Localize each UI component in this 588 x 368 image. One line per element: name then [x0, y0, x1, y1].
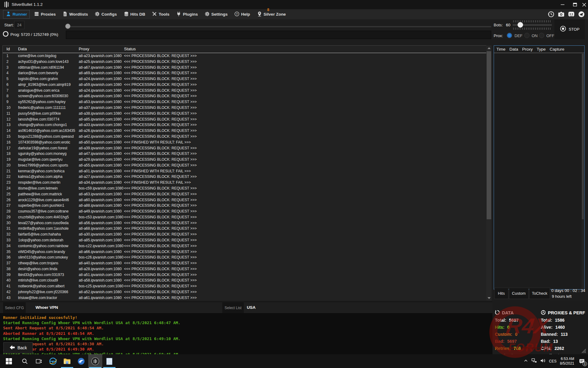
nav-wordlists[interactable]: Wordlists — [60, 10, 90, 18]
nav-runner[interactable]: Runner — [3, 10, 30, 19]
table-row[interactable]: 9uy55262@yahoo.com:hayleyatl-a53.ipvanis… — [3, 99, 486, 105]
table-row[interactable]: 18sgursky@yahoo.com:moneygatl-a47.ipvani… — [3, 151, 486, 157]
table-row[interactable]: 7analogue@live.com:ericaatl-a24.ipvanish… — [3, 88, 486, 94]
table-row[interactable]: 2achyut31@yahoo.com:love143atl-a25.ipvan… — [3, 59, 486, 65]
table-row[interactable]: 25patthew@live.com:mattrickatl-a63.ipvan… — [3, 191, 486, 197]
table-row[interactable]: 23nnspider@live.com:merlinatl-a34.ipvani… — [3, 180, 486, 186]
start-slider[interactable] — [66, 26, 491, 27]
scroll-up-arrow[interactable] — [486, 45, 492, 51]
table-row[interactable]: 13chongo@yahoo.com:chongo1atl-a33.ipvani… — [3, 122, 486, 128]
table-row[interactable]: 42johnnyfs22@live.com:jf220366atl-a52.ip… — [3, 289, 486, 295]
tray-chevron-icon[interactable] — [524, 358, 528, 364]
table-row[interactable]: 14as0614610@yahoo.com:as163435atl-a26.ip… — [3, 128, 486, 134]
table-row[interactable]: 12lanosh@live.com:030774atl-a85.ipvanish… — [3, 117, 486, 122]
proxy-off-radio[interactable] — [539, 33, 544, 38]
table-row[interactable]: 26arock1129@live.com:aase4inl6atl-a60.ip… — [3, 197, 486, 203]
table-row[interactable]: 30teval27@yahoo.com:cuso9edaatl-a56.ipva… — [3, 220, 486, 226]
table-row[interactable]: 331olop@yahoo.com:deborahatl-a85.ipvanis… — [3, 237, 486, 243]
table-row[interactable]: 43trisiuw@live.com:tractoratl-a61.ipvani… — [3, 295, 486, 301]
table-row[interactable]: 21kenmac@yahoo.com:bohicaatl-a01.ipvanis… — [3, 168, 486, 174]
nav-plugins[interactable]: Plugins — [174, 10, 200, 18]
internet-explorer-button[interactable]: e — [46, 354, 60, 368]
table-row[interactable]: 40mtirish@live.com:cloud9atl-a58.ipvanis… — [3, 278, 486, 283]
screenshot-camera-icon[interactable] — [557, 11, 565, 18]
table-row[interactable]: 22kalmia1@yahoo.com:alphaatl-a27.ipvanis… — [3, 174, 486, 180]
proxy-on-radio[interactable] — [524, 33, 530, 38]
table-row[interactable]: 28coumou357@live.com:coltraneatl-a49.ipv… — [3, 209, 486, 214]
table-row[interactable]: 20breez7999@yahoo.com:sportsatl-a55.ipva… — [3, 163, 486, 168]
results-scrollbar[interactable] — [486, 45, 492, 301]
scrollbar-thumb[interactable] — [487, 51, 491, 219]
table-row[interactable]: 36slim0110@yahoo.com:smokeybos-c26.ipvan… — [3, 255, 486, 260]
taskbar-search-button[interactable] — [18, 354, 32, 368]
task-view-button[interactable] — [32, 354, 46, 368]
tab-custom[interactable]: Custom — [509, 288, 529, 299]
nav-silver-zone[interactable]: 8 Silver Zone — [254, 10, 288, 18]
table-row[interactable]: 1come@live.com:bigdogatl-a23.ipvanish.co… — [3, 53, 486, 59]
proxy-default-radio[interactable] — [507, 33, 512, 38]
stop-button[interactable]: STOP — [554, 19, 585, 39]
table-row[interactable]: 27superbe@live.com:pushkin1atl-a88.ipvan… — [3, 203, 486, 209]
notepad-button[interactable] — [102, 354, 116, 368]
table-row[interactable]: 10frederic@yahoo.com:1111111atl-a37.ipva… — [3, 105, 486, 111]
hits-scrollbar[interactable] — [582, 54, 584, 289]
close-button[interactable] — [580, 0, 588, 9]
silverbullet-taskbar-button[interactable] — [88, 354, 102, 368]
hits-scrollbar-thumb[interactable] — [582, 54, 584, 219]
table-row[interactable]: 31mrdinfla@yahoo.com:1assholeatl-a68.ipv… — [3, 226, 486, 232]
table-row[interactable]: 24itisme@live.com:letmeinbos-c59.ipvanis… — [3, 186, 486, 191]
table-row[interactable]: 8screen@yahoo.com:60306030atl-a86.ipvani… — [3, 93, 486, 99]
table-row[interactable]: 37ctheep@live.com:trojansatl-a40.ipvanis… — [3, 260, 486, 266]
table-row[interactable]: 32fairfan5@live.com:hahahaatl-a30.ipvani… — [3, 232, 486, 237]
table-row[interactable]: 15bogus21288@yahoo.com:qweasdatl-a42.ipv… — [3, 134, 486, 140]
table-row[interactable]: 3rdittmar@live.com:rd061194atl-a67.ipvan… — [3, 65, 486, 71]
table-row[interactable]: 19mugstar@live.com:qwertyuatl-a29.ipvani… — [3, 157, 486, 163]
action-center-button[interactable]: 1 — [578, 357, 586, 366]
back-button[interactable]: Back — [3, 342, 33, 353]
history-icon[interactable] — [547, 11, 555, 18]
minimize-button[interactable] — [557, 0, 568, 9]
clock[interactable]: 6:53 AM 8/5/2021 — [560, 357, 574, 366]
table-row[interactable]: 35vWtD45@yahoo.com:brandyatl-a66.ipvanis… — [3, 249, 486, 255]
resize-grip[interactable] — [581, 348, 586, 355]
start-menu-button[interactable] — [0, 354, 18, 368]
tab-hits[interactable]: Hits — [494, 288, 508, 299]
nav-tools[interactable]: Tools — [149, 10, 172, 18]
table-row[interactable]: 39lbird33@yahoo.com:031973atl-a51.ipvani… — [3, 272, 486, 278]
bots-label: Bots: — [494, 23, 503, 27]
maximize-button[interactable] — [569, 0, 581, 9]
bots-slider-handle[interactable] — [518, 22, 523, 28]
nav-proxies[interactable]: Proxies — [32, 10, 58, 18]
nav-settings[interactable]: Settings — [202, 10, 230, 18]
volume-icon[interactable] — [540, 358, 546, 364]
table-row[interactable]: 11pussy54@live.com:p00kieatl-a38.ipvanis… — [3, 111, 486, 117]
nav-hitsdb[interactable]: Hits DB — [121, 10, 148, 18]
nav-help[interactable]: ? Help — [232, 10, 252, 18]
file-explorer-button[interactable] — [60, 354, 74, 368]
select-config-button[interactable]: Select CFG — [3, 302, 26, 313]
keyboard-language[interactable]: CES — [549, 359, 557, 363]
silver-zone-badge: 8 — [267, 8, 270, 12]
table-row[interactable]: 38desiri@yahoo.com:lindaatl-a28.ipvanish… — [3, 266, 486, 272]
nav-configs[interactable]: Configs — [92, 10, 119, 18]
discord-icon[interactable] — [567, 11, 575, 18]
start-slider-handle[interactable] — [65, 24, 70, 29]
results-table-body: 1come@live.com:bigdogatl-a23.ipvanish.co… — [3, 53, 486, 301]
table-row[interactable]: 4darice@live.com:beverlyatl-a69.ipvanish… — [3, 70, 486, 76]
scroll-down-arrow[interactable] — [486, 295, 492, 301]
thunderbird-button[interactable] — [74, 354, 88, 368]
table-row[interactable]: 5logistic@live.com:grahmatl-a24.ipvanish… — [3, 76, 486, 82]
tab-tocheck[interactable]: ToCheck — [529, 288, 550, 299]
refresh-circle-icon — [495, 310, 500, 316]
table-row[interactable]: 34contomic@yahoo.com:rainbowbos-c22.ipva… — [3, 243, 486, 249]
table-row[interactable]: 29cruzrbill@yahoo.com:4t401hg5bos-c53.ip… — [3, 214, 486, 220]
table-row[interactable]: 17darkstar19@yahoo.com:forestatl-a39.ipv… — [3, 145, 486, 151]
start-position-input[interactable]: 24 — [14, 21, 24, 29]
table-row[interactable]: 161074303598@yahoo.com:eroticatl-a50.ipv… — [3, 140, 486, 145]
progress-bar — [66, 31, 491, 39]
select-wordlist-button[interactable]: Select List — [222, 302, 244, 313]
telegram-icon[interactable] — [578, 11, 585, 18]
table-row[interactable]: 41notlwonk@yahoo.com:albertbos-c25.ipvan… — [3, 283, 486, 289]
network-icon[interactable] — [531, 358, 537, 364]
table-row[interactable]: 6almjr_81963@live.com:almjr819atl-a59.ip… — [3, 82, 486, 88]
